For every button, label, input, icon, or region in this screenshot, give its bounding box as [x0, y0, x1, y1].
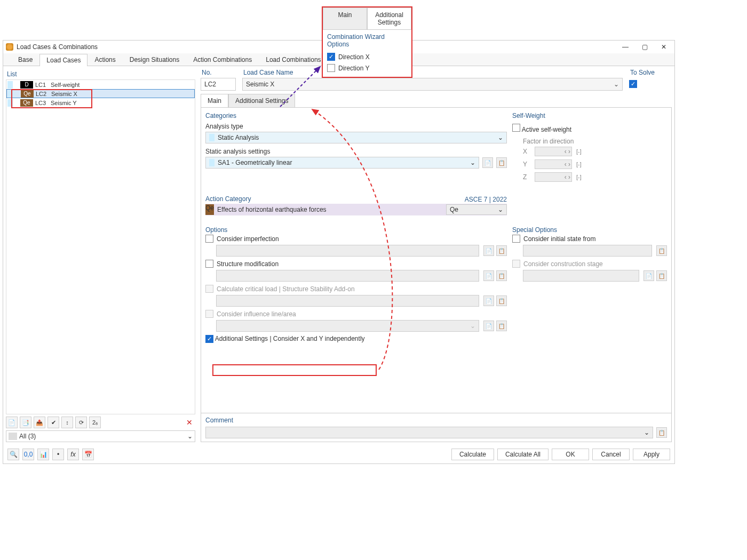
checkbox-direction-x[interactable]: ✓: [327, 53, 335, 61]
checkbox-structure-mod[interactable]: [205, 260, 213, 268]
ok-button[interactable]: OK: [552, 449, 589, 460]
select-construction-stage: [523, 270, 639, 282]
section-action-category: Action Category: [205, 195, 251, 204]
tab-design-situations[interactable]: Design Situations: [123, 53, 186, 66]
app-icon: [6, 43, 13, 51]
minimize-button[interactable]: —: [617, 42, 633, 52]
refresh-icon[interactable]: ⟳: [75, 417, 87, 428]
inf-btn1-icon[interactable]: 📄: [483, 321, 494, 331]
solve-label: To Solve: [629, 69, 672, 76]
subtab-additional-settings[interactable]: Additional Settings: [228, 94, 295, 107]
units-icon[interactable]: 0,0: [22, 449, 34, 460]
select-structure-mod[interactable]: [216, 270, 479, 282]
ac-code-select[interactable]: Qe ⌄: [446, 204, 507, 215]
cancel-button[interactable]: Cancel: [592, 449, 630, 460]
sas-edit-icon[interactable]: 📋: [496, 157, 507, 168]
is-btn-icon[interactable]: 📋: [656, 245, 667, 256]
spin-y[interactable]: ‹ ›: [535, 159, 572, 169]
cs-btn2-icon[interactable]: 📋: [656, 270, 667, 281]
cl-btn2-icon[interactable]: 📋: [496, 295, 507, 306]
select-initial-state[interactable]: [523, 245, 652, 257]
load-case-list[interactable]: D LC1 Self-weight Qe LC2 Seismic X Qe LC…: [6, 79, 195, 414]
label-analysis-type: Analysis type: [205, 123, 507, 130]
list-label: List: [6, 69, 195, 79]
chevron-down-icon: ⌄: [470, 159, 475, 166]
apply-button[interactable]: Apply: [633, 449, 670, 460]
sas-new-icon[interactable]: 📄: [482, 157, 493, 168]
badge-d: D: [20, 81, 33, 89]
checkbox-to-solve[interactable]: ✓: [629, 80, 637, 88]
cl-btn1-icon[interactable]: 📄: [483, 295, 494, 306]
chevron-down-icon: ⌄: [498, 206, 503, 213]
popup-tab-additional[interactable]: Additional Settings: [367, 7, 411, 29]
copy-icon[interactable]: 📑: [20, 417, 31, 428]
chevron-down-icon: ⌄: [187, 433, 193, 440]
comment-input[interactable]: ⌄: [205, 427, 653, 438]
label-direction-y: Direction Y: [338, 65, 369, 72]
tab-base[interactable]: Base: [11, 53, 39, 66]
spin-z[interactable]: ‹ ›: [535, 172, 572, 182]
number-icon[interactable]: 2₆: [89, 417, 101, 428]
chevron-down-icon: ⌄: [614, 81, 619, 88]
imp-btn1-icon[interactable]: 📄: [483, 245, 494, 256]
section-special-options: Special Options: [512, 226, 667, 235]
tab-actions[interactable]: Actions: [88, 53, 122, 66]
load-cases-dialog: Load Cases & Combinations — ▢ ✕ Base Loa…: [3, 40, 675, 464]
sm-btn2-icon[interactable]: 📋: [496, 270, 507, 281]
fx-icon[interactable]: fx: [67, 449, 79, 460]
checkbox-imperfection[interactable]: [205, 235, 213, 243]
check-icon[interactable]: ✔: [47, 417, 59, 428]
dot-icon[interactable]: •: [52, 449, 64, 460]
chevron-down-icon: ⌄: [644, 429, 649, 436]
select-critical-load: [216, 295, 479, 307]
section-categories: Categories: [205, 112, 507, 121]
checkbox-initial-state[interactable]: [512, 235, 520, 243]
checkbox-direction-y[interactable]: [327, 64, 335, 72]
list-row-lc2[interactable]: Qe LC2 Seismic X: [6, 89, 195, 98]
calendar-icon[interactable]: 📅: [82, 449, 94, 460]
select-sas[interactable]: SA1 - Geometrically linear ⌄: [205, 157, 479, 169]
subtab-main[interactable]: Main: [201, 94, 228, 107]
calculate-button[interactable]: Calculate: [451, 449, 494, 460]
list-filter-select[interactable]: All (3) ⌄: [6, 430, 195, 442]
label-factor-direction: Factor in direction: [523, 138, 667, 145]
label-direction-x: Direction X: [338, 53, 370, 61]
list-row-lc3[interactable]: Qe LC3 Seismic Y: [6, 98, 195, 107]
section-self-weight: Self-Weight: [512, 112, 667, 121]
popup-tab-main[interactable]: Main: [323, 7, 367, 29]
name-label: Load Case Name: [242, 69, 623, 76]
checkbox-active-self-weight[interactable]: [512, 124, 520, 132]
name-select[interactable]: Seismic X ⌄: [242, 78, 623, 91]
ac-text: Effects of horizontal earthquake forces: [214, 206, 446, 213]
tab-load-combinations[interactable]: Load Combinations: [259, 53, 328, 66]
window-title: Load Cases & Combinations: [17, 43, 614, 51]
close-button[interactable]: ✕: [656, 42, 672, 52]
sm-btn1-icon[interactable]: 📄: [483, 270, 494, 281]
export-icon[interactable]: 📤: [34, 417, 45, 428]
select-imperfection[interactable]: [216, 245, 479, 257]
label-sas: Static analysis settings: [205, 148, 507, 155]
checkbox-additional-xy[interactable]: ✓: [205, 335, 213, 343]
cs-btn1-icon[interactable]: 📄: [643, 270, 654, 281]
list-row-lc1[interactable]: D LC1 Self-weight: [6, 80, 195, 89]
comment-btn-icon[interactable]: 📋: [656, 427, 667, 438]
tab-load-cases[interactable]: Load Cases: [39, 54, 88, 66]
select-analysis-type[interactable]: Static Analysis ⌄: [205, 132, 507, 143]
spin-x[interactable]: ‹ ›: [535, 147, 572, 156]
tab-action-combinations[interactable]: Action Combinations: [186, 53, 259, 66]
checkbox-influence: [205, 310, 213, 318]
section-comment: Comment: [205, 417, 667, 425]
delete-icon[interactable]: ✕: [184, 417, 195, 428]
sort-icon[interactable]: ↕: [61, 417, 73, 428]
tree-icon[interactable]: 📊: [37, 449, 49, 460]
no-input[interactable]: LC2: [201, 78, 236, 91]
help-icon[interactable]: 🔍: [7, 449, 19, 460]
new-icon[interactable]: 📄: [6, 417, 18, 428]
standard-label: ASCE 7 | 2022: [465, 196, 507, 203]
inf-btn2-icon[interactable]: 📋: [496, 321, 507, 331]
calculate-all-button[interactable]: Calculate All: [497, 449, 549, 460]
badge-qe: Qe: [20, 99, 33, 107]
badge-qe: Qe: [21, 90, 34, 98]
imp-btn2-icon[interactable]: 📋: [496, 245, 507, 256]
maximize-button[interactable]: ▢: [637, 42, 653, 52]
